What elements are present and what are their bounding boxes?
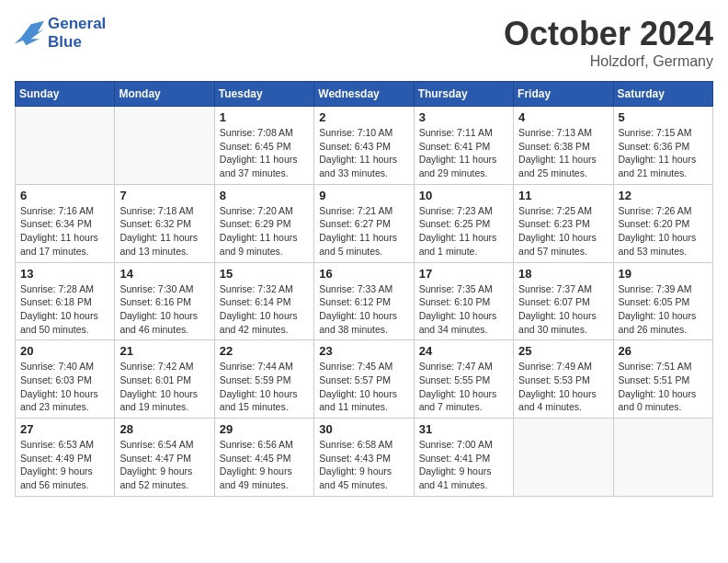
- calendar-cell: 26Sunrise: 7:51 AM Sunset: 5:51 PM Dayli…: [613, 340, 712, 419]
- day-number: 28: [119, 422, 209, 436]
- day-number: 3: [419, 110, 508, 124]
- day-number: 1: [220, 110, 309, 124]
- day-info: Sunrise: 7:11 AM Sunset: 6:41 PM Dayligh…: [419, 126, 508, 180]
- day-number: 27: [20, 422, 109, 436]
- day-number: 30: [319, 422, 408, 436]
- day-number: 4: [518, 110, 608, 124]
- weekday-header: Sunday: [16, 82, 115, 107]
- day-number: 14: [119, 267, 209, 281]
- day-number: 8: [220, 189, 309, 202]
- day-info: Sunrise: 7:10 AM Sunset: 6:43 PM Dayligh…: [319, 126, 408, 180]
- weekday-header: Friday: [514, 82, 613, 107]
- day-info: Sunrise: 7:51 AM Sunset: 5:51 PM Dayligh…: [619, 360, 708, 414]
- day-info: Sunrise: 7:00 AM Sunset: 4:41 PM Dayligh…: [419, 438, 508, 492]
- calendar-cell: 12Sunrise: 7:26 AM Sunset: 6:20 PM Dayli…: [613, 184, 712, 262]
- calendar-cell: 25Sunrise: 7:49 AM Sunset: 5:53 PM Dayli…: [514, 340, 613, 419]
- day-number: 10: [419, 189, 508, 202]
- day-number: 23: [319, 344, 408, 358]
- calendar-cell: 29Sunrise: 6:56 AM Sunset: 4:45 PM Dayli…: [214, 419, 313, 497]
- calendar-cell: 7Sunrise: 7:18 AM Sunset: 6:32 PM Daylig…: [115, 184, 214, 262]
- day-number: 21: [119, 344, 209, 358]
- day-number: 31: [419, 422, 508, 436]
- calendar-cell: 19Sunrise: 7:39 AM Sunset: 6:05 PM Dayli…: [613, 262, 712, 340]
- logo-icon: [15, 20, 44, 46]
- day-number: 26: [619, 344, 708, 358]
- calendar-cell: 27Sunrise: 6:53 AM Sunset: 4:49 PM Dayli…: [16, 419, 115, 497]
- day-number: 9: [319, 189, 408, 202]
- weekday-header-row: SundayMondayTuesdayWednesdayThursdayFrid…: [16, 82, 713, 107]
- day-number: 15: [220, 267, 309, 281]
- calendar-cell: 3Sunrise: 7:11 AM Sunset: 6:41 PM Daylig…: [414, 107, 513, 185]
- day-number: 29: [220, 422, 309, 436]
- calendar-cell: 18Sunrise: 7:37 AM Sunset: 6:07 PM Dayli…: [514, 262, 613, 340]
- calendar-cell: 16Sunrise: 7:33 AM Sunset: 6:12 PM Dayli…: [314, 262, 414, 340]
- svg-marker-0: [15, 21, 44, 46]
- day-info: Sunrise: 7:21 AM Sunset: 6:27 PM Dayligh…: [319, 204, 408, 259]
- day-number: 19: [619, 267, 708, 281]
- month-title: October 2024: [504, 15, 713, 53]
- calendar-row: 20Sunrise: 7:40 AM Sunset: 6:03 PM Dayli…: [16, 340, 713, 419]
- calendar-cell: [613, 419, 712, 497]
- calendar-row: 6Sunrise: 7:16 AM Sunset: 6:34 PM Daylig…: [16, 184, 713, 262]
- calendar-cell: 20Sunrise: 7:40 AM Sunset: 6:03 PM Dayli…: [16, 340, 115, 419]
- day-number: 12: [619, 189, 708, 202]
- day-info: Sunrise: 7:23 AM Sunset: 6:25 PM Dayligh…: [419, 204, 508, 259]
- calendar-cell: 23Sunrise: 7:45 AM Sunset: 5:57 PM Dayli…: [314, 340, 414, 419]
- day-number: 24: [419, 344, 508, 358]
- title-block: October 2024 Holzdorf, Germany: [504, 15, 713, 70]
- calendar-cell: 22Sunrise: 7:44 AM Sunset: 5:59 PM Dayli…: [214, 340, 313, 419]
- day-info: Sunrise: 7:13 AM Sunset: 6:38 PM Dayligh…: [518, 126, 608, 180]
- day-number: 16: [319, 267, 408, 281]
- calendar-cell: 9Sunrise: 7:21 AM Sunset: 6:27 PM Daylig…: [314, 184, 414, 262]
- page-header: General Blue October 2024 Holzdorf, Germ…: [15, 15, 713, 70]
- day-info: Sunrise: 6:53 AM Sunset: 4:49 PM Dayligh…: [20, 438, 109, 492]
- calendar-cell: 6Sunrise: 7:16 AM Sunset: 6:34 PM Daylig…: [16, 184, 115, 262]
- day-info: Sunrise: 7:32 AM Sunset: 6:14 PM Dayligh…: [220, 282, 309, 337]
- day-info: Sunrise: 7:15 AM Sunset: 6:36 PM Dayligh…: [619, 126, 708, 180]
- day-number: 2: [319, 110, 408, 124]
- location: Holzdorf, Germany: [504, 53, 713, 70]
- day-number: 7: [119, 189, 209, 202]
- calendar-cell: 5Sunrise: 7:15 AM Sunset: 6:36 PM Daylig…: [613, 107, 712, 185]
- day-info: Sunrise: 6:54 AM Sunset: 4:47 PM Dayligh…: [119, 438, 209, 492]
- day-number: 6: [20, 189, 109, 202]
- day-number: 5: [619, 110, 708, 124]
- day-number: 11: [518, 189, 608, 202]
- day-info: Sunrise: 7:45 AM Sunset: 5:57 PM Dayligh…: [319, 360, 408, 414]
- calendar-cell: 2Sunrise: 7:10 AM Sunset: 6:43 PM Daylig…: [314, 107, 414, 185]
- day-info: Sunrise: 6:56 AM Sunset: 4:45 PM Dayligh…: [220, 438, 309, 492]
- day-number: 22: [220, 344, 309, 358]
- day-info: Sunrise: 7:42 AM Sunset: 6:01 PM Dayligh…: [119, 360, 209, 414]
- day-number: 17: [419, 267, 508, 281]
- calendar-table: SundayMondayTuesdayWednesdayThursdayFrid…: [15, 81, 713, 497]
- calendar-cell: 24Sunrise: 7:47 AM Sunset: 5:55 PM Dayli…: [414, 340, 513, 419]
- day-info: Sunrise: 7:25 AM Sunset: 6:23 PM Dayligh…: [518, 204, 608, 259]
- weekday-header: Thursday: [414, 82, 513, 107]
- day-info: Sunrise: 7:26 AM Sunset: 6:20 PM Dayligh…: [619, 204, 708, 259]
- day-number: 20: [20, 344, 109, 358]
- calendar-cell: 4Sunrise: 7:13 AM Sunset: 6:38 PM Daylig…: [514, 107, 613, 185]
- weekday-header: Monday: [115, 82, 214, 107]
- day-info: Sunrise: 6:58 AM Sunset: 4:43 PM Dayligh…: [319, 438, 408, 492]
- weekday-header: Wednesday: [314, 82, 414, 107]
- day-info: Sunrise: 7:37 AM Sunset: 6:07 PM Dayligh…: [518, 282, 608, 337]
- calendar-cell: 8Sunrise: 7:20 AM Sunset: 6:29 PM Daylig…: [214, 184, 313, 262]
- weekday-header: Tuesday: [214, 82, 313, 107]
- calendar-cell: 17Sunrise: 7:35 AM Sunset: 6:10 PM Dayli…: [414, 262, 513, 340]
- calendar-cell: 1Sunrise: 7:08 AM Sunset: 6:45 PM Daylig…: [214, 107, 313, 185]
- calendar-cell: [514, 419, 613, 497]
- calendar-cell: [115, 107, 214, 185]
- day-number: 13: [20, 267, 109, 281]
- calendar-row: 1Sunrise: 7:08 AM Sunset: 6:45 PM Daylig…: [16, 107, 713, 185]
- calendar-cell: 14Sunrise: 7:30 AM Sunset: 6:16 PM Dayli…: [115, 262, 214, 340]
- day-number: 18: [518, 267, 608, 281]
- day-info: Sunrise: 7:49 AM Sunset: 5:53 PM Dayligh…: [518, 360, 608, 414]
- logo-text: General Blue: [48, 15, 106, 52]
- day-info: Sunrise: 7:44 AM Sunset: 5:59 PM Dayligh…: [220, 360, 309, 414]
- day-info: Sunrise: 7:18 AM Sunset: 6:32 PM Dayligh…: [119, 204, 209, 259]
- day-info: Sunrise: 7:47 AM Sunset: 5:55 PM Dayligh…: [419, 360, 508, 414]
- calendar-row: 13Sunrise: 7:28 AM Sunset: 6:18 PM Dayli…: [16, 262, 713, 340]
- day-info: Sunrise: 7:40 AM Sunset: 6:03 PM Dayligh…: [20, 360, 109, 414]
- day-number: 25: [518, 344, 608, 358]
- weekday-header: Saturday: [613, 82, 712, 107]
